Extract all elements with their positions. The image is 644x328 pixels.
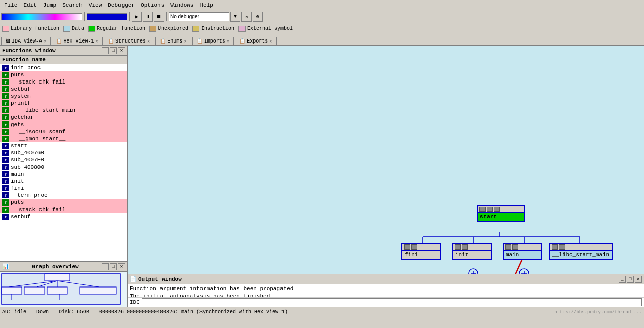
functions-panel-close[interactable]: ✕: [118, 47, 125, 54]
tab-enums[interactable]: 📋 Enums ✕: [155, 37, 191, 45]
node-icon: [411, 244, 417, 250]
tab-exports[interactable]: 📋 Exports ✕: [235, 37, 276, 45]
list-item[interactable]: f puts: [0, 71, 127, 78]
list-item[interactable]: f fini: [0, 185, 127, 192]
tab-enums-icon: 📋: [160, 38, 166, 44]
node-libc-header: [550, 244, 612, 251]
toolbar-settings[interactable]: ⚙: [253, 12, 263, 22]
node-init[interactable]: init: [452, 243, 492, 260]
node-libc[interactable]: __libc_start_main: [549, 243, 613, 260]
list-item[interactable]: f __isoc99 scanf: [0, 128, 127, 135]
graph-overview-float[interactable]: □: [110, 263, 117, 270]
node-main[interactable]: main: [503, 243, 542, 260]
tab-idaview-close[interactable]: ✕: [44, 38, 46, 44]
functions-scroll[interactable]: f init proc f puts f stack chk fail f se…: [0, 64, 127, 261]
func-name: __term proc: [11, 192, 48, 198]
toolbar-btn-3[interactable]: ⏹: [154, 12, 164, 22]
list-item[interactable]: f stack chk fail: [0, 78, 127, 86]
tab-exports-icon: 📋: [239, 38, 245, 44]
node-libc-label: __libc_start_main: [550, 251, 612, 259]
tab-imports-close[interactable]: ✕: [227, 38, 229, 44]
list-item[interactable]: f init proc: [0, 64, 127, 71]
debugger-selector[interactable]: [169, 12, 229, 21]
menu-jump[interactable]: Jump: [40, 1, 59, 9]
list-item[interactable]: f setbuf: [0, 213, 127, 220]
list-item[interactable]: f printf: [0, 100, 127, 107]
tab-enums-close[interactable]: ✕: [184, 38, 186, 44]
toolbar-refresh[interactable]: ↻: [242, 12, 252, 22]
func-name: setbuf: [11, 214, 31, 220]
menu-help[interactable]: Help: [196, 1, 216, 9]
list-item[interactable]: f __term proc: [0, 192, 127, 199]
list-item[interactable]: f __gmon start__: [0, 135, 127, 142]
func-name: start: [11, 143, 27, 149]
list-item[interactable]: f gets: [0, 121, 127, 128]
tab-structures-close[interactable]: ✕: [147, 38, 150, 44]
tab-imports[interactable]: 📋 Imports ✕: [192, 37, 234, 45]
menu-windows[interactable]: Windows: [167, 1, 196, 9]
svg-point-18: [469, 269, 478, 274]
node-fini[interactable]: fini: [401, 243, 441, 260]
list-item[interactable]: f __libc start main: [0, 107, 127, 114]
functions-panel-title: Functions window: [2, 48, 56, 54]
functions-list[interactable]: Function name f init proc f puts f stack…: [0, 56, 127, 261]
output-close[interactable]: ✕: [635, 276, 642, 283]
toolbar-btn-2[interactable]: ⏸: [143, 12, 153, 22]
list-item[interactable]: f getchar: [0, 114, 127, 121]
list-item[interactable]: f sub_400800: [0, 163, 127, 171]
tab-structures[interactable]: 📋 Structures ✕: [104, 37, 154, 45]
status-bar: AU: idle Down Disk: 65GB 00000826 000000…: [0, 307, 644, 317]
toolbar-dropdown[interactable]: ▼: [230, 12, 240, 22]
graph-overview-header: 📊 Graph overview _ □ ✕: [0, 262, 127, 272]
node-start[interactable]: start: [477, 205, 525, 222]
functions-panel-float[interactable]: □: [110, 47, 117, 54]
toolbar-btn-1[interactable]: ▶: [132, 12, 142, 22]
menu-edit[interactable]: Edit: [20, 1, 39, 9]
graph-overview-close[interactable]: ✕: [118, 263, 125, 270]
tab-idaview[interactable]: 🖼 IDA View-A ✕: [1, 37, 51, 45]
output-content: Function argument information has been p…: [128, 284, 644, 297]
func-name: puts: [11, 199, 24, 206]
func-name: stack chk fail: [11, 207, 65, 213]
func-icon: f: [2, 214, 9, 220]
list-item[interactable]: f init: [0, 178, 127, 185]
func-name: __isoc99 scanf: [11, 129, 65, 135]
toolbar-sep-1: [84, 12, 85, 21]
menu-search[interactable]: Search: [59, 1, 86, 9]
list-item[interactable]: f puts: [0, 199, 127, 206]
output-input-field[interactable]: [142, 298, 642, 306]
overview-svg: [0, 272, 127, 307]
graph-overview-content[interactable]: [0, 272, 127, 307]
list-item[interactable]: f sub_4007E0: [0, 156, 127, 163]
output-float[interactable]: □: [627, 276, 634, 283]
node-icon: [505, 244, 511, 250]
output-window: 📄 Output window _ □ ✕ Function argument …: [128, 274, 644, 307]
graph-area[interactable]: start fini init: [128, 46, 644, 274]
menu-view[interactable]: View: [86, 1, 105, 9]
func-name: getchar: [11, 114, 34, 120]
menu-file[interactable]: File: [1, 1, 20, 9]
func-name: printf: [11, 100, 31, 106]
svg-point-21: [519, 269, 529, 274]
menu-debugger[interactable]: Debugger: [105, 1, 138, 9]
func-name: system: [11, 93, 31, 99]
list-item[interactable]: f main: [0, 171, 127, 178]
tab-hexview[interactable]: 📋 Hex View-1 ✕: [52, 37, 102, 45]
output-minimize[interactable]: _: [619, 276, 626, 283]
tab-hexview-close[interactable]: ✕: [95, 38, 98, 44]
output-line-2: The initial autoanalysis has been finish…: [130, 293, 642, 297]
node-icon-2: [487, 207, 493, 212]
output-header-btns: _ □ ✕: [619, 276, 642, 283]
tab-structures-label: Structures: [115, 38, 146, 44]
list-item[interactable]: f system: [0, 93, 127, 100]
graph-overview-minimize[interactable]: _: [102, 263, 109, 270]
functions-panel-minimize[interactable]: _: [102, 47, 109, 54]
list-item[interactable]: f start: [0, 142, 127, 149]
list-item[interactable]: f sub_400760: [0, 149, 127, 156]
functions-panel-header: Functions window _ □ ✕: [0, 46, 127, 56]
menu-options[interactable]: Options: [138, 1, 167, 9]
list-item[interactable]: f stack chk fail: [0, 206, 127, 213]
list-item[interactable]: f setbuf: [0, 86, 127, 93]
tab-exports-close[interactable]: ✕: [269, 38, 272, 44]
output-input-row: IDC: [128, 297, 644, 307]
